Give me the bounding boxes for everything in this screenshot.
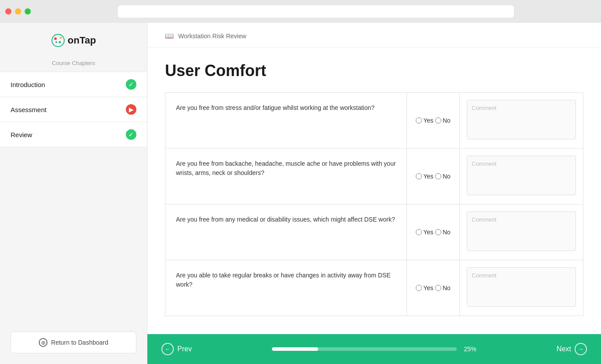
sidebar-item-review-label: Review [11, 131, 32, 138]
question-text-3: Are you free from any medical or disabil… [176, 216, 395, 223]
introduction-status-icon: ✓ [126, 79, 136, 90]
svg-point-0 [52, 34, 64, 47]
maximize-button[interactable] [25, 8, 31, 15]
next-label: Next [557, 345, 571, 353]
window-controls [5, 8, 31, 15]
address-bar[interactable] [118, 5, 514, 18]
sidebar-item-introduction-label: Introduction [11, 81, 45, 88]
logo-icon [51, 33, 65, 47]
sidebar-item-introduction[interactable]: Introduction ✓ [0, 72, 147, 97]
radio-no-input-2[interactable] [435, 173, 441, 179]
radio-no-2[interactable]: No [435, 173, 451, 180]
radio-yes-label-3: Yes [423, 229, 433, 236]
comment-textarea-1[interactable] [467, 100, 576, 139]
close-button[interactable] [5, 8, 11, 15]
radio-no-input-4[interactable] [435, 285, 441, 291]
app-layout: onTap Course Chapters Introduction ✓ Ass… [0, 23, 601, 364]
book-icon: 📖 [165, 32, 174, 40]
radio-no-3[interactable]: No [435, 229, 451, 236]
question-text-1: Are you free from stress and/or fatigue … [176, 104, 374, 111]
radio-yes-1[interactable]: Yes [416, 117, 433, 124]
question-row-2: Are you free from backache, headache, mu… [165, 148, 583, 204]
question-text-col-3: Are you free from any medical or disabil… [165, 204, 407, 260]
prev-icon: ← [161, 343, 174, 355]
question-text-2: Are you free from backache, headache, mu… [176, 160, 396, 176]
radio-yes-label-1: Yes [423, 117, 433, 124]
question-text-4: Are you able to take regular breaks or h… [176, 272, 391, 288]
radio-yes-2[interactable]: Yes [416, 173, 433, 180]
svg-point-1 [54, 37, 57, 40]
logo: onTap [0, 33, 147, 47]
progress-label: 25% [464, 346, 476, 353]
question-comment-col-3 [460, 204, 583, 260]
radio-yes-input-1[interactable] [416, 117, 422, 124]
question-comment-col-4 [460, 260, 583, 316]
question-row-1: Are you free from stress and/or fatigue … [165, 92, 583, 149]
content-body: User Comfort Are you free from stress an… [147, 47, 601, 334]
logo-text: onTap [68, 35, 96, 46]
next-button[interactable]: Next → [557, 343, 587, 355]
sidebar-section-title: Course Chapters [0, 60, 147, 66]
prev-label: Prev [177, 345, 192, 353]
main-content: 📖 Workstation Risk Review User Comfort A… [147, 23, 601, 364]
question-radio-col-2: Yes No [407, 149, 460, 204]
radio-yes-3[interactable]: Yes [416, 229, 433, 236]
comment-textarea-3[interactable] [467, 211, 576, 251]
return-to-dashboard-label: Return to Dashboard [51, 339, 108, 346]
prev-button[interactable]: ← Prev [161, 343, 192, 355]
radio-yes-4[interactable]: Yes [416, 284, 433, 291]
sidebar-item-assessment[interactable]: Assessment ▶ [0, 97, 147, 122]
question-text-col-2: Are you free from backache, headache, mu… [165, 149, 407, 204]
return-icon: ⊕ [39, 338, 48, 347]
breadcrumb-text: Workstation Risk Review [178, 33, 246, 40]
assessment-status-icon: ▶ [126, 104, 136, 115]
sidebar-nav: Introduction ✓ Assessment ▶ Review ✓ [0, 72, 147, 319]
radio-no-label-4: No [443, 284, 451, 291]
question-radio-col-1: Yes No [407, 93, 460, 148]
content-header: 📖 Workstation Risk Review [147, 23, 601, 47]
minimize-button[interactable] [15, 8, 21, 15]
radio-no-input-3[interactable] [435, 229, 441, 235]
sidebar: onTap Course Chapters Introduction ✓ Ass… [0, 23, 147, 364]
radio-no-4[interactable]: No [435, 284, 451, 291]
next-icon: → [575, 343, 587, 355]
review-status-icon: ✓ [126, 129, 136, 140]
progress-bar-fill [272, 347, 318, 351]
comment-textarea-4[interactable] [467, 267, 576, 307]
svg-point-2 [60, 37, 62, 39]
radio-yes-label-2: Yes [423, 173, 433, 180]
radio-yes-label-4: Yes [423, 284, 433, 291]
radio-no-label-3: No [443, 229, 451, 236]
question-comment-col-1 [460, 93, 583, 148]
radio-no-label-1: No [443, 117, 451, 124]
radio-yes-input-2[interactable] [416, 173, 422, 179]
sidebar-item-review[interactable]: Review ✓ [0, 122, 147, 147]
title-bar [0, 0, 601, 23]
question-radio-col-3: Yes No [407, 204, 460, 260]
question-radio-col-4: Yes No [407, 260, 460, 316]
sidebar-item-assessment-label: Assessment [11, 106, 47, 113]
radio-no-1[interactable]: No [435, 117, 451, 124]
page-title: User Comfort [165, 62, 583, 80]
question-row-3: Are you free from any medical or disabil… [165, 204, 583, 260]
return-to-dashboard-button[interactable]: ⊕ Return to Dashboard [11, 331, 136, 353]
question-text-col-4: Are you able to take regular breaks or h… [165, 260, 407, 316]
radio-no-input-1[interactable] [435, 117, 441, 124]
svg-point-4 [55, 41, 57, 43]
progress-container: 25% [192, 346, 557, 353]
radio-yes-input-4[interactable] [416, 285, 422, 291]
comment-textarea-2[interactable] [467, 156, 576, 195]
question-text-col-1: Are you free from stress and/or fatigue … [165, 93, 407, 148]
bottom-nav: ← Prev 25% Next → [147, 334, 601, 364]
radio-yes-input-3[interactable] [416, 229, 422, 235]
radio-no-label-2: No [443, 173, 451, 180]
question-comment-col-2 [460, 149, 583, 204]
question-row-4: Are you able to take regular breaks or h… [165, 260, 583, 316]
svg-point-3 [59, 41, 61, 44]
progress-bar-wrap [272, 347, 457, 351]
